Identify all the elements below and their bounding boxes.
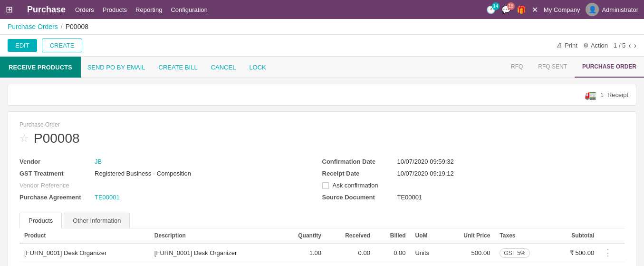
col-subtotal: Subtotal — [551, 228, 599, 243]
confirmation-date-field-row: Confirmation Date 10/07/2020 09:59:32 — [322, 156, 625, 167]
breadcrumb-separator: / — [61, 23, 63, 30]
cell-unit-price: 500.00 — [444, 243, 495, 262]
company-name[interactable]: My Company — [544, 6, 580, 13]
source-document-field-row: Source Document TE00001 — [322, 191, 625, 203]
col-taxes: Taxes — [495, 228, 551, 243]
col-unit-price: Unit Price — [444, 228, 495, 243]
nav-products[interactable]: Products — [103, 4, 127, 15]
grid-icon[interactable]: ⊞ — [6, 4, 13, 15]
prev-page-button[interactable]: ‹ — [628, 41, 631, 50]
action-bar: RECEIVE PRODUCTS SEND PO BY EMAIL CREATE… — [0, 57, 644, 78]
cell-taxes: GST 5% — [495, 243, 551, 262]
messages-icon-btn[interactable]: 💬 19 — [501, 5, 511, 14]
tabs: Products Other Information — [19, 213, 625, 228]
order-number: P00008 — [34, 131, 80, 146]
pagination: 1 / 5 ‹ › — [614, 41, 636, 50]
vendor-value[interactable]: JB — [95, 158, 102, 165]
col-actions — [599, 228, 625, 243]
tab-products[interactable]: Products — [19, 213, 62, 228]
confirmation-date-value: 10/07/2020 09:59:32 — [397, 158, 454, 165]
ask-confirmation-field-row: Ask confirmation — [322, 179, 625, 191]
vendor-field-row: Vendor JB — [19, 156, 322, 167]
create-button[interactable]: CREATE — [42, 39, 83, 52]
cell-row-actions[interactable]: ⋮ — [599, 243, 625, 262]
vendor-reference-label: Vendor Reference — [19, 182, 91, 189]
vendor-label: Vendor — [19, 158, 91, 165]
col-product: Product — [19, 228, 150, 243]
app-name: Purchase — [27, 5, 66, 15]
tab-other-information[interactable]: Other Information — [64, 213, 130, 228]
edit-button[interactable]: EDIT — [8, 39, 37, 52]
pagination-text: 1 / 5 — [614, 42, 625, 49]
col-billed: Billed — [375, 228, 411, 243]
lock-button[interactable]: LOCK — [242, 57, 272, 78]
col-received: Received — [326, 228, 375, 243]
nav-configuration[interactable]: Configuration — [171, 4, 207, 15]
cell-billed: 0.00 — [375, 243, 411, 262]
fields-grid: Vendor JB GST Treatment Registered Busin… — [19, 156, 625, 203]
order-type-label: Purchase Order — [19, 121, 625, 128]
nav-menu: Orders Products Reporting Configuration — [75, 4, 477, 15]
status-tabs: RFQ RFQ SENT PURCHASE ORDER — [503, 57, 644, 78]
cell-received: 0.00 — [326, 243, 375, 262]
activity-icon-btn[interactable]: 🕐 14 — [486, 5, 496, 14]
action-label: Action — [591, 42, 608, 49]
cancel-button[interactable]: CANCEL — [204, 57, 243, 78]
status-tab-purchase-order[interactable]: PURCHASE ORDER — [575, 57, 644, 78]
vendor-reference-field-row: Vendor Reference — [19, 179, 322, 191]
main-content: 🚛 1 Receipt Purchase Order ☆ P00008 Vend… — [0, 78, 644, 266]
purchase-agreement-field-row: Purchase Agreement TE00001 — [19, 191, 322, 203]
products-table: Product Description Quantity Received Bi… — [19, 228, 625, 262]
breadcrumb-parent[interactable]: Purchase Orders — [8, 23, 58, 30]
source-document-value: TE00001 — [397, 194, 423, 201]
favorite-star-icon[interactable]: ☆ — [19, 132, 29, 145]
gst-treatment-value: Registered Business - Composition — [95, 170, 191, 177]
gst-treatment-field-row: GST Treatment Registered Business - Comp… — [19, 167, 322, 179]
purchase-agreement-label: Purchase Agreement — [19, 194, 91, 201]
status-tab-rfq-sent[interactable]: RFQ SENT — [530, 57, 575, 78]
row-options-icon[interactable]: ⋮ — [604, 248, 612, 257]
user-menu[interactable]: 👤 Administrator — [586, 3, 638, 16]
col-description: Description — [150, 228, 280, 243]
create-bill-button[interactable]: CREATE BILL — [152, 57, 204, 78]
gst-badge: GST 5% — [500, 248, 529, 258]
form-card: Purchase Order ☆ P00008 Vendor JB GST Tr… — [8, 111, 636, 266]
username: Administrator — [602, 6, 638, 13]
ask-confirmation-checkbox[interactable] — [322, 182, 329, 189]
cell-description: [FURN_0001] Desk Organizer — [150, 243, 280, 262]
activity-badge: 14 — [492, 2, 500, 10]
receipt-count: 1 — [600, 91, 604, 99]
receipt-date-value: 10/07/2020 09:19:12 — [397, 170, 454, 177]
send-po-email-button[interactable]: SEND PO BY EMAIL — [81, 57, 152, 78]
nav-orders[interactable]: Orders — [75, 4, 94, 15]
cell-quantity: 1.00 — [280, 243, 326, 262]
nav-reporting[interactable]: Reporting — [135, 4, 162, 15]
truck-icon: 🚛 — [585, 89, 596, 100]
breadcrumb: Purchase Orders / P00008 — [0, 19, 644, 35]
printer-icon: 🖨 — [557, 42, 563, 49]
receipt-label: Receipt — [607, 91, 628, 99]
gear-icon: ⚙ — [583, 42, 589, 49]
navbar: ⊞ Purchase Orders Products Reporting Con… — [0, 0, 644, 19]
receipt-date-label: Receipt Date — [322, 170, 394, 177]
purchase-agreement-value[interactable]: TE00001 — [95, 194, 120, 201]
table-row: [FURN_0001] Desk Organizer [FURN_0001] D… — [19, 243, 625, 262]
status-tab-rfq[interactable]: RFQ — [503, 57, 530, 78]
next-page-button[interactable]: › — [634, 41, 636, 50]
close-icon[interactable]: ✕ — [532, 5, 538, 14]
confirmation-date-label: Confirmation Date — [322, 158, 394, 165]
table-header-row: Product Description Quantity Received Bi… — [19, 228, 625, 243]
avatar: 👤 — [586, 3, 599, 16]
action-button[interactable]: ⚙ Action — [583, 42, 608, 49]
breadcrumb-current: P00008 — [66, 23, 88, 30]
toolbar: EDIT CREATE 🖨 Print ⚙ Action 1 / 5 ‹ › — [0, 35, 644, 57]
cell-uom: Units — [410, 243, 443, 262]
cell-product[interactable]: [FURN_0001] Desk Organizer — [19, 243, 150, 262]
col-uom: UoM — [410, 228, 443, 243]
receipt-info[interactable]: 🚛 1 Receipt — [585, 89, 628, 100]
col-quantity: Quantity — [280, 228, 326, 243]
print-label: Print — [565, 42, 577, 49]
gift-icon[interactable]: 🎁 — [517, 5, 526, 14]
print-button[interactable]: 🖨 Print — [557, 42, 577, 49]
receive-products-button[interactable]: RECEIVE PRODUCTS — [0, 57, 81, 78]
